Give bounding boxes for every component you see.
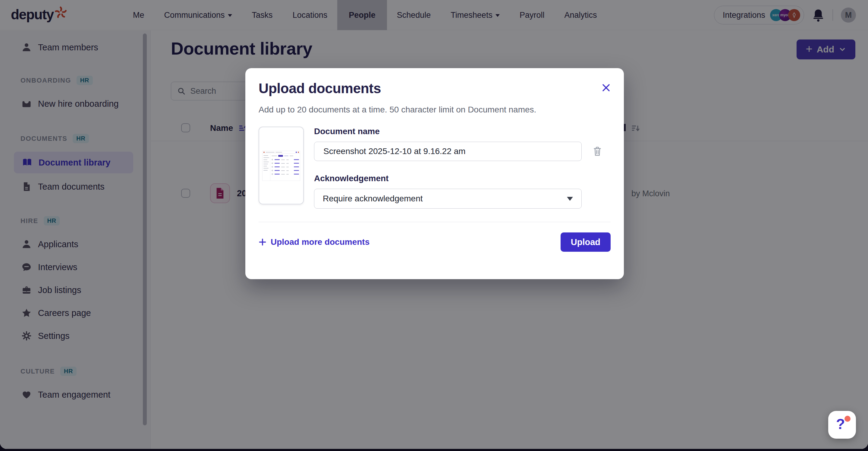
document-thumbnail-preview xyxy=(258,127,304,204)
close-icon[interactable] xyxy=(601,83,611,92)
acknowledgement-select[interactable]: Require acknowledgement xyxy=(314,189,582,209)
acknowledgement-label: Acknowledgement xyxy=(314,174,611,183)
acknowledgement-selected-value: Require acknowledgement xyxy=(323,194,423,204)
help-button[interactable]: ? xyxy=(828,411,856,439)
modal-description: Add up to 20 documents at a time. 50 cha… xyxy=(258,105,611,115)
upload-documents-modal: Upload documents Add up to 20 documents … xyxy=(245,68,624,279)
trash-icon[interactable] xyxy=(592,146,602,156)
upload-more-documents-link[interactable]: Upload more documents xyxy=(258,237,370,247)
plus-icon xyxy=(258,238,267,246)
thumbnail-mini-screenshot xyxy=(262,151,300,181)
document-name-input[interactable] xyxy=(314,142,582,161)
upload-button[interactable]: Upload xyxy=(561,233,611,252)
app-window: deputy Me Communications Tasks Locations… xyxy=(0,0,868,449)
notification-dot xyxy=(844,416,850,422)
document-name-label: Document name xyxy=(314,127,611,136)
question-mark-icon: ? xyxy=(836,416,845,432)
modal-title: Upload documents xyxy=(258,80,381,96)
chevron-down-icon xyxy=(567,197,573,201)
modal-divider xyxy=(258,222,611,222)
